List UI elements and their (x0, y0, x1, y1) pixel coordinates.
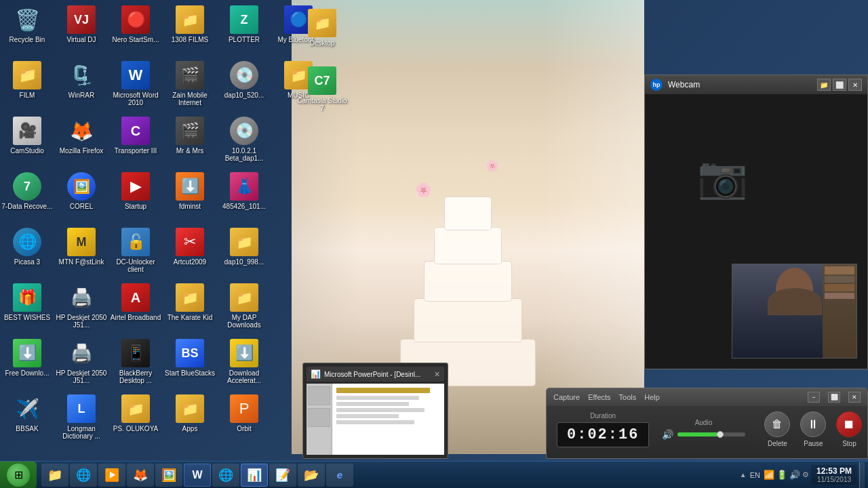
webcam-folder-btn[interactable]: 📁 (817, 79, 831, 91)
desktop-icon-longman[interactable]: L Longman Dictionary ... (54, 389, 108, 445)
pause-button[interactable]: ⏸ Pause (800, 411, 826, 447)
desktop-bg-icons: 📁 Desktop C7 Camtasia Studio 7 (295, 3, 349, 119)
webcam-camera-area: 📷 (697, 152, 748, 201)
blackberry-label: BlackBerry Desktop ... (108, 369, 163, 384)
taskbar-word[interactable]: W (184, 464, 211, 487)
show-desktop-btn[interactable] (859, 462, 865, 488)
webcam-restore-btn[interactable]: ⬜ (833, 79, 846, 91)
desktop-icon-ps-olukoya[interactable]: 📁 PS. OLUKOYA (108, 389, 163, 445)
fdminst-label: fdminst (179, 203, 201, 210)
ppt-close-btn[interactable]: ✕ (434, 370, 440, 379)
desktop-icon-mr-mrs[interactable]: 🎬 Mr & Mrs (163, 111, 217, 167)
virtual-dj-icon: VJ (67, 5, 96, 34)
taskbar-media[interactable]: ▶️ (98, 464, 125, 487)
camtasia-menu-effects[interactable]: Effects (588, 393, 610, 401)
audio-slider-track[interactable] (677, 432, 745, 436)
1308-films-label: 1308 FILMS (172, 36, 208, 43)
camtasia-minimize-btn[interactable]: − (808, 392, 820, 403)
taskbar-photos[interactable]: 🖼️ (155, 464, 182, 487)
desktop-icon-1308-films[interactable]: 📁 1308 FILMS (163, 0, 217, 56)
system-tray: ▲ EN 📶 🔋 🔊 ⚙ 12:53 PM 11/15/2013 (736, 462, 868, 488)
desktop-icon-bbsak[interactable]: ✈️ BBSAK (0, 389, 54, 445)
desktop-icon-hp-deskjet-2[interactable]: 🖨️ HP Deskjet 2050 J51... (54, 278, 108, 333)
desktop-icon-zain[interactable]: Z PLOTTER (217, 0, 271, 56)
taskbar-notes[interactable]: 📝 (269, 464, 296, 487)
desktop-icon-karate-kid[interactable]: 📁 The Karate Kid (163, 278, 217, 333)
desktop-icon-airtel[interactable]: A Airtel Broadband (108, 278, 163, 333)
camtasia-menu-tools[interactable]: Tools (619, 393, 637, 401)
delete-label: Delete (768, 440, 787, 447)
ps-olukoya-label: PS. OLUKOYA (113, 425, 159, 432)
desktop-icon-camtasia7[interactable]: C7 Camtasia Studio 7 (295, 61, 349, 119)
desktop-icon-beta-dap[interactable]: 💿 10.0.2.1 Beta_dap1... (217, 111, 271, 167)
film-label: FILM (20, 92, 35, 99)
taskbar-folder2[interactable]: 📂 (298, 464, 325, 487)
desktop-icon-apps[interactable]: 📁 Apps (163, 389, 217, 445)
mtn-icon: M (67, 228, 96, 256)
desktop-icon-mtn[interactable]: M MTN F@stLink (54, 222, 108, 278)
desktop-icon-orbit[interactable]: 🌐 Picasa 3 (0, 222, 54, 278)
pause-icon: ⏸ (800, 411, 826, 437)
desktop-icon-transporter[interactable]: 🎬 Zain Mobile Internet (163, 56, 217, 111)
start-button[interactable]: ⊞ (0, 462, 37, 489)
desktop-icon-artcut[interactable]: ✂ Artcut2009 (163, 222, 217, 278)
nero-label: Nero StartSm... (113, 36, 159, 43)
desktop-icon-nero[interactable]: 🔴 Nero StartSm... (108, 0, 163, 56)
desktop-icon-ms-word[interactable]: W Microsoft Word 2010 (108, 56, 163, 111)
desktop-icon-corel[interactable]: C Transporter III (108, 111, 163, 167)
taskbar-chrome[interactable]: 🌐 (212, 464, 239, 487)
taskbar: ⊞ 📁 🌐 ▶️ 🦊 🖼️ W 🌐 📊 📝 📂 e ▲ EN 📶 🔋 🔊 ⚙ 1… (0, 461, 868, 488)
desktop-icon-virtual-dj[interactable]: VJ Virtual DJ (54, 0, 108, 56)
desktop-icon-recycle-bin[interactable]: 🗑️ Recycle Bin (0, 0, 54, 56)
ppt-preview-title: Microsoft PowerPoint - [Desinl... (324, 371, 420, 378)
desktop-icon-plotter[interactable]: P Orbit (217, 389, 271, 445)
camtasia7-label: Camtasia Studio 7 (295, 97, 349, 112)
desktop-icon-desktop[interactable]: 📁 Desktop (295, 3, 349, 61)
desktop-icon-picasa[interactable]: 🖼️ COREL (54, 167, 108, 222)
stop-label: Stop (842, 440, 856, 447)
taskbar-ppt-active[interactable]: 📊 (241, 464, 268, 487)
desktop-icon-hp-deskjet[interactable]: 🖨️ HP Deskjet 2050 J51... (54, 333, 108, 389)
control-buttons: 🗑 Delete ⏸ Pause ⏹ Stop (764, 411, 862, 447)
tray-show-hidden[interactable]: ▲ (740, 471, 747, 479)
desktop-icon-camstudio[interactable]: 🎥 CamStudio (0, 111, 54, 167)
camtasia-close-btn[interactable]: ✕ (848, 392, 861, 403)
desktop-icon-best-wishes[interactable]: 🎁 BEST WISHES (0, 278, 54, 333)
airtel-icon: A (121, 283, 150, 312)
desktop-icon-free-downlo[interactable]: ⬇️ Free Downlo... (0, 333, 54, 389)
desktop-icon-7data[interactable]: 7 7-Data Recove... (0, 167, 54, 222)
taskbar-ie[interactable]: 🌐 (70, 464, 97, 487)
desktop-icon-film[interactable]: 📁 FILM (0, 56, 54, 111)
taskbar-firefox[interactable]: 🦊 (127, 464, 154, 487)
desktop-icon-dc-unlocker[interactable]: 🔓 DC-Unlocker client (108, 222, 163, 278)
webcam-close-btn[interactable]: ✕ (848, 79, 862, 91)
taskbar-ie2[interactable]: e (326, 464, 353, 487)
webcam-title: Webcam (668, 80, 812, 89)
camtasia-menu-capture[interactable]: Capture (553, 393, 580, 401)
bluestacks-icon: BS (176, 339, 204, 367)
desktop-icon-mozilla[interactable]: 🦊 Mozilla Firefox (54, 111, 108, 167)
485426-label: 485426_101... (222, 203, 266, 210)
delete-button[interactable]: 🗑 Delete (764, 411, 790, 447)
camtasia-menu-help[interactable]: Help (644, 393, 660, 401)
desktop-icon-my-dap[interactable]: 📁 My DAP Downloads (217, 278, 271, 333)
desktop-icon-dap10-998[interactable]: 📁 dap10_998... (217, 222, 271, 278)
desktop-icon-start-bluestacks[interactable]: BS Start BlueStacks (163, 333, 217, 389)
duration-label: Duration (590, 412, 616, 420)
clock[interactable]: 12:53 PM 11/15/2013 (811, 465, 857, 485)
tray-volume[interactable]: 🔊 (789, 470, 800, 480)
camtasia-restore-btn[interactable]: ⬜ (828, 392, 840, 403)
ppt-preview-header: 📊 Microsoft PowerPoint - [Desinl... ✕ (307, 367, 444, 382)
stop-button[interactable]: ⏹ Stop (836, 411, 862, 447)
desktop-icon-startup[interactable]: ▶ Startup (108, 167, 163, 222)
desktop-icon-fdminst[interactable]: ⬇️ fdminst (163, 167, 217, 222)
desktop-icons-area: 🗑️ Recycle Bin 📁 FILM 🎥 CamStudio 7 7-Da… (0, 0, 292, 454)
desktop-icon-download-accel[interactable]: ⬇️ Download Accelerat... (217, 333, 271, 389)
mozilla-label: Mozilla Firefox (60, 147, 103, 155)
download-accel-icon: ⬇️ (230, 339, 258, 367)
taskbar-explorer[interactable]: 📁 (41, 464, 68, 487)
desktop-icon-485426[interactable]: 👗 485426_101... (217, 167, 271, 222)
desktop-icon-winrar[interactable]: 🗜️ WinRAR (54, 56, 108, 111)
desktop-icon-dap10-520[interactable]: 💿 dap10_520... (217, 56, 271, 111)
desktop-icon-blackberry[interactable]: 📱 BlackBerry Desktop ... (108, 333, 163, 389)
